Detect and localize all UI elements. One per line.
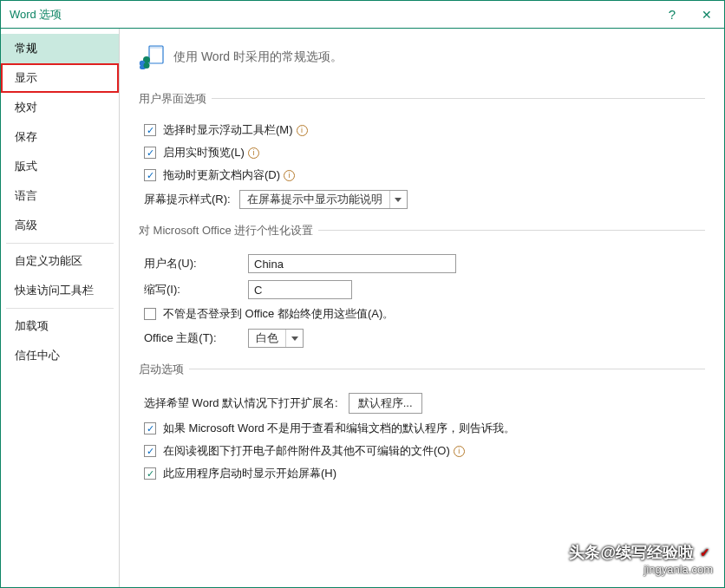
sidebar-item-addins[interactable]: 加载项 (1, 311, 119, 341)
sidebar-item-proofing[interactable]: 校对 (1, 93, 119, 122)
options-dialog: Word 选项 ? ✕ 常规 显示 校对 保存 版式 语言 高级 自定义功能区 … (0, 0, 725, 588)
info-icon[interactable]: i (297, 125, 308, 136)
checkbox-always-use[interactable]: ✓ (144, 308, 156, 320)
row-username: 用户名(U): (139, 254, 705, 273)
sidebar-item-general[interactable]: 常规 (1, 34, 119, 63)
content-pane: 使用 Word 时采用的常规选项。 用户界面选项 ✓ 选择时显示浮动工具栏(M)… (120, 29, 724, 587)
checkbox-default-app-warn[interactable]: ✓ (144, 422, 156, 434)
general-options-icon (139, 44, 165, 70)
label-start-screen: 此应用程序启动时显示开始屏幕(H) (163, 466, 336, 481)
select-office-theme[interactable]: 白色 (248, 329, 304, 348)
sidebar-separator (6, 308, 114, 309)
watermark-top: 头条@续写经验啦 ✓ (569, 542, 713, 563)
option-mini-toolbar: ✓ 选择时显示浮动工具栏(M) i (139, 122, 705, 138)
input-username[interactable] (248, 254, 456, 273)
option-drag-update: ✓ 拖动时更新文档内容(D) i (139, 167, 705, 183)
info-icon[interactable]: i (248, 147, 259, 159)
window-title: Word 选项 (10, 7, 62, 23)
sidebar-item-language[interactable]: 语言 (1, 181, 119, 211)
svg-rect-5 (144, 62, 150, 69)
close-button[interactable]: ✕ (689, 1, 724, 28)
help-button[interactable]: ? (655, 1, 689, 28)
input-initials[interactable] (248, 280, 352, 299)
label-screentip-style: 屏幕提示样式(R): (144, 192, 231, 207)
section-title: 启动选项 (139, 362, 184, 377)
check-icon: ✓ (697, 545, 713, 560)
divider (189, 369, 705, 369)
row-screentip-style: 屏幕提示样式(R): 在屏幕提示中显示功能说明 (139, 190, 705, 209)
svg-rect-1 (150, 46, 162, 49)
label-mini-toolbar: 选择时显示浮动工具栏(M) (163, 122, 293, 138)
label-drag-update: 拖动时更新文档内容(D) (163, 167, 280, 183)
divider (318, 230, 705, 231)
row-initials: 缩写(I): (139, 280, 705, 299)
checkbox-reading-view[interactable]: ✓ (144, 445, 156, 457)
checkbox-drag-update[interactable]: ✓ (144, 169, 156, 181)
row-office-theme: Office 主题(T): 白色 (139, 329, 705, 348)
content-header: 使用 Word 时采用的常规选项。 (139, 44, 705, 70)
sidebar-item-customize-ribbon[interactable]: 自定义功能区 (1, 246, 119, 276)
row-default-ext: 选择希望 Word 默认情况下打开扩展名: 默认程序... (139, 393, 705, 414)
chevron-down-icon (285, 330, 303, 347)
option-always-use: ✓ 不管是否登录到 Office 都始终使用这些值(A)。 (139, 306, 705, 322)
dialog-body: 常规 显示 校对 保存 版式 语言 高级 自定义功能区 快速访问工具栏 加载项 … (1, 29, 724, 587)
label-reading-view: 在阅读视图下打开电子邮件附件及其他不可编辑的文件(O) (163, 443, 450, 459)
section-title: 对 Microsoft Office 进行个性化设置 (139, 223, 313, 238)
select-screentip-style[interactable]: 在屏幕提示中显示功能说明 (239, 190, 408, 209)
sidebar-item-save[interactable]: 保存 (1, 122, 119, 152)
section-personalize: 对 Microsoft Office 进行个性化设置 (139, 218, 705, 242)
watermark-bottom: jingyanla.com (569, 563, 713, 576)
option-start-screen: ✓ 此应用程序启动时显示开始屏幕(H) (139, 466, 705, 481)
label-default-app-warn: 如果 Microsoft Word 不是用于查看和编辑文档的默认程序，则告诉我。 (163, 421, 515, 436)
sidebar-item-trust-center[interactable]: 信任中心 (1, 341, 119, 370)
label-office-theme: Office 主题(T): (144, 330, 248, 346)
section-ui-options: 用户界面选项 (139, 86, 705, 110)
watermark: 头条@续写经验啦 ✓ jingyanla.com (569, 542, 713, 576)
option-live-preview: ✓ 启用实时预览(L) i (139, 145, 705, 160)
label-live-preview: 启用实时预览(L) (163, 145, 245, 160)
label-username: 用户名(U): (144, 256, 248, 271)
chevron-down-icon (389, 191, 407, 208)
sidebar: 常规 显示 校对 保存 版式 语言 高级 自定义功能区 快速访问工具栏 加载项 … (1, 29, 120, 587)
content-header-text: 使用 Word 时采用的常规选项。 (173, 49, 343, 65)
info-icon[interactable]: i (454, 446, 465, 457)
option-reading-view: ✓ 在阅读视图下打开电子邮件附件及其他不可编辑的文件(O) i (139, 443, 705, 459)
section-title: 用户界面选项 (139, 91, 206, 107)
sidebar-item-layout[interactable]: 版式 (1, 152, 119, 181)
info-icon[interactable]: i (284, 170, 295, 181)
select-value: 白色 (249, 330, 285, 346)
sidebar-item-quick-access[interactable]: 快速访问工具栏 (1, 276, 119, 305)
label-default-ext: 选择希望 Word 默认情况下打开扩展名: (144, 395, 338, 411)
label-initials: 缩写(I): (144, 282, 248, 297)
option-default-app-warn: ✓ 如果 Microsoft Word 不是用于查看和编辑文档的默认程序，则告诉… (139, 421, 705, 436)
checkbox-start-screen[interactable]: ✓ (144, 467, 156, 480)
titlebar-controls: ? ✕ (655, 1, 724, 28)
sidebar-separator (6, 243, 114, 244)
divider (212, 98, 705, 99)
label-always-use: 不管是否登录到 Office 都始终使用这些值(A)。 (163, 306, 394, 322)
select-value: 在屏幕提示中显示功能说明 (240, 192, 389, 207)
checkbox-mini-toolbar[interactable]: ✓ (144, 124, 156, 136)
titlebar: Word 选项 ? ✕ (1, 1, 724, 29)
button-default-programs[interactable]: 默认程序... (349, 393, 422, 414)
checkbox-live-preview[interactable]: ✓ (144, 147, 156, 159)
sidebar-item-advanced[interactable]: 高级 (1, 211, 119, 240)
section-startup: 启动选项 (139, 356, 705, 381)
sidebar-item-display[interactable]: 显示 (1, 63, 119, 93)
